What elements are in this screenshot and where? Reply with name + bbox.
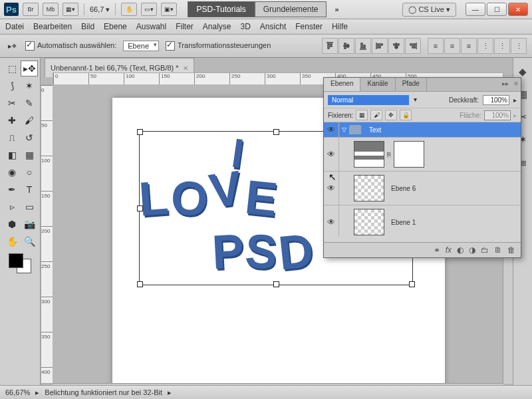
- tool-heal[interactable]: ✚: [3, 112, 21, 128]
- distribute-4-icon[interactable]: ⋮: [477, 38, 493, 54]
- distribute-5-icon[interactable]: ⋮: [494, 38, 510, 54]
- maximize-button[interactable]: ☐: [487, 3, 507, 16]
- lock-position-icon[interactable]: ✥: [385, 110, 397, 120]
- layer-ebene1[interactable]: 👁 Ebene 1: [324, 205, 521, 237]
- tool-blur[interactable]: ◉: [3, 164, 21, 180]
- link-layers-icon[interactable]: ⚭: [434, 245, 440, 255]
- tool-hand[interactable]: ✋: [3, 233, 21, 249]
- tool-zoom[interactable]: 🔍: [21, 233, 38, 249]
- bridge-button[interactable]: Br: [23, 3, 39, 16]
- menu-3d[interactable]: 3D: [241, 22, 251, 31]
- menu-ansicht[interactable]: Ansicht: [260, 22, 286, 31]
- auto-select-target[interactable]: Ebene: [123, 41, 159, 51]
- distribute-1-icon[interactable]: ≡: [428, 38, 444, 54]
- tool-history[interactable]: ↺: [21, 130, 38, 146]
- menu-auswahl[interactable]: Auswahl: [136, 22, 166, 31]
- auto-select-checkbox[interactable]: Automatisch auswählen:: [25, 41, 116, 51]
- transform-controls-checkbox[interactable]: Transformationssteuerungen: [166, 41, 271, 51]
- cs-live-button[interactable]: ◯ CS Live ▾: [402, 3, 456, 17]
- color-swatches[interactable]: [1, 253, 39, 273]
- align-left-icon[interactable]: [372, 38, 388, 54]
- fold-icon[interactable]: ▽: [342, 126, 346, 133]
- distribute-3-icon[interactable]: ≡: [461, 38, 477, 54]
- menu-fenster[interactable]: Fenster: [295, 22, 323, 31]
- tool-lasso[interactable]: ⟆: [3, 78, 21, 94]
- menu-bearbeiten[interactable]: Bearbeiten: [33, 22, 72, 31]
- tool-3dcam[interactable]: 📷: [21, 216, 38, 232]
- view-extras-button[interactable]: ▦▾: [63, 3, 78, 16]
- workspace-more[interactable]: »: [334, 5, 338, 13]
- visibility-icon[interactable]: 👁: [324, 205, 339, 237]
- visibility-icon[interactable]: 👁: [324, 138, 339, 171]
- visibility-icon[interactable]: 👁: [324, 172, 339, 205]
- distribute-6-icon[interactable]: ⋮: [511, 38, 527, 54]
- tool-eraser[interactable]: ◧: [3, 147, 21, 163]
- link-icon[interactable]: ⎘: [387, 151, 391, 158]
- tool-gradient[interactable]: ▦: [21, 147, 38, 163]
- close-tab-icon[interactable]: ✕: [183, 65, 188, 72]
- minimize-button[interactable]: —: [466, 3, 485, 16]
- menu-datei[interactable]: Datei: [5, 22, 24, 31]
- close-button[interactable]: ✕: [508, 3, 528, 16]
- tool-pen[interactable]: ✒: [3, 182, 21, 198]
- foreground-color[interactable]: [9, 253, 23, 268]
- align-bottom-icon[interactable]: [355, 38, 371, 54]
- lock-pixels-icon[interactable]: 🖌: [370, 110, 382, 120]
- tool-move-group[interactable]: ⬚: [3, 61, 21, 76]
- tool-wand[interactable]: ✶: [21, 78, 38, 94]
- layer-group-text[interactable]: 👁 ▽ Text: [324, 122, 521, 138]
- layer-fx-icon[interactable]: fx: [446, 245, 452, 255]
- panel-collapse-icon[interactable]: ▸▸: [499, 78, 511, 91]
- hand-button[interactable]: ✋: [121, 3, 137, 16]
- fill-input[interactable]: 100%: [484, 110, 511, 120]
- menu-hilfe[interactable]: Hilfe: [332, 22, 348, 31]
- layer-mask-icon[interactable]: ◐: [457, 245, 464, 255]
- minibridge-button[interactable]: Mb: [43, 3, 59, 16]
- align-top-icon[interactable]: [322, 38, 338, 54]
- panel-tab-pfade[interactable]: Pfade: [396, 78, 427, 91]
- tool-brush[interactable]: 🖌: [21, 112, 38, 128]
- menu-ebene[interactable]: Ebene: [104, 22, 127, 31]
- layer-thumb[interactable]: [354, 141, 384, 168]
- panel-menu-icon[interactable]: ≡: [511, 78, 521, 91]
- tool-path[interactable]: ▹: [3, 199, 21, 215]
- tool-eyedropper[interactable]: ✎: [21, 95, 38, 111]
- workspace-tab-grund[interactable]: Grundelemente: [255, 1, 327, 17]
- menu-analyse[interactable]: Analyse: [203, 22, 231, 31]
- menu-filter[interactable]: Filter: [176, 22, 194, 31]
- layer-mask[interactable]: [394, 141, 424, 168]
- delete-layer-icon[interactable]: 🗑: [507, 245, 515, 255]
- tool-crop[interactable]: ✂: [3, 95, 21, 111]
- blend-mode-dropdown[interactable]: Normal: [328, 95, 409, 105]
- new-layer-icon[interactable]: 🗎: [494, 245, 502, 255]
- layer-ebene6[interactable]: 👁 Ebene 6: [324, 172, 521, 205]
- layers-panel[interactable]: Ebenen Kanäle Pfade ▸▸ ≡ Normal Deckkraf…: [323, 77, 521, 258]
- status-zoom[interactable]: 66,67%: [5, 388, 30, 396]
- new-group-icon[interactable]: 🗀: [481, 245, 489, 255]
- layer-thumb[interactable]: [354, 175, 384, 201]
- align-right-icon[interactable]: [405, 38, 421, 54]
- align-hcenter-icon[interactable]: [388, 38, 404, 54]
- tool-shape[interactable]: ▭: [21, 199, 38, 215]
- visibility-icon[interactable]: 👁: [324, 122, 339, 137]
- align-vcenter-icon[interactable]: [338, 38, 354, 54]
- screen-mode-button[interactable]: ▣▾: [161, 3, 177, 16]
- distribute-2-icon[interactable]: ≡: [444, 38, 460, 54]
- panel-tab-kanale[interactable]: Kanäle: [360, 78, 395, 91]
- adjustment-icon[interactable]: ◑: [469, 245, 475, 255]
- arrange-button[interactable]: ▭▾: [141, 3, 157, 16]
- menu-bild[interactable]: Bild: [81, 22, 94, 31]
- tool-3d[interactable]: ⬢: [3, 216, 21, 232]
- lock-transparent-icon[interactable]: ▦: [356, 110, 368, 120]
- opacity-input[interactable]: 100%: [483, 95, 509, 105]
- tool-move[interactable]: ▸✥: [21, 61, 38, 76]
- tool-type[interactable]: T: [21, 182, 38, 198]
- tool-stamp[interactable]: ⎍: [3, 130, 21, 146]
- layer-smartobj[interactable]: 👁 ⎘: [324, 138, 521, 172]
- layer-thumb[interactable]: [354, 209, 384, 235]
- tool-dodge[interactable]: ○: [21, 164, 38, 180]
- zoom-dropdown[interactable]: 66,7 ▾: [90, 5, 110, 14]
- lock-all-icon[interactable]: 🔒: [400, 110, 412, 120]
- workspace-tab-psd[interactable]: PSD-Tutorials: [188, 1, 254, 17]
- panel-tab-ebenen[interactable]: Ebenen: [324, 78, 360, 91]
